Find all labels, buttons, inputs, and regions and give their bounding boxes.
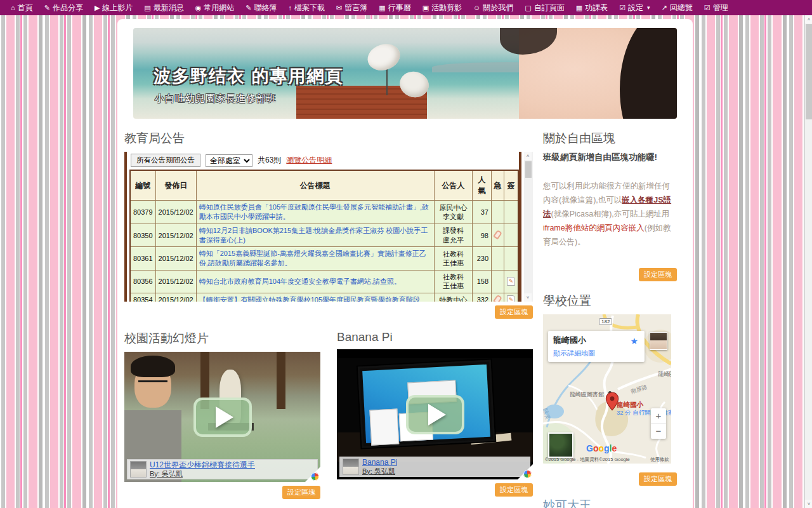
sign-cell <box>504 201 519 224</box>
banana-pi-video[interactable]: Banana Pi By: 吳弘凱 <box>337 349 533 479</box>
comment-icon: ✉ <box>336 4 342 11</box>
scrollbar-thumb[interactable] <box>806 24 812 119</box>
satellite-view-toggle[interactable] <box>548 432 573 458</box>
page-scrollbar[interactable]: ˄ ˅ <box>804 15 812 508</box>
table-icon: ▦ <box>576 4 582 11</box>
nav-item-timetable[interactable]: ▦功課表 <box>570 3 613 13</box>
announcement-publisher: 課發科盧允平 <box>435 224 473 247</box>
nav-label: 回總覽 <box>670 3 693 13</box>
announcement-count: 共63則 <box>258 155 281 166</box>
zoom-in-button[interactable]: + <box>651 408 666 424</box>
slideshow-video[interactable]: U12世界盃少棒錦標賽接待選手 By: 吳弘凱 <box>124 352 320 482</box>
nav-label: 自訂頁面 <box>534 3 565 13</box>
department-select[interactable]: 全部處室 <box>206 154 252 167</box>
announcement-publisher: 社教科王佳惠 <box>435 271 473 293</box>
nav-item-online-videos[interactable]: ▶線上影片 <box>89 3 138 13</box>
configure-block-button[interactable]: 設定區塊 <box>495 305 533 319</box>
configure-block-button[interactable]: 設定區塊 <box>282 486 320 499</box>
free-block-heading: 關於自由區塊 <box>543 130 677 147</box>
picasa-logo-icon <box>523 470 532 478</box>
announcement-link[interactable]: 轉知原住民族委員會「105年度鼓勵原住民學生發展多元智能補助計畫」,鼓勵本市國民… <box>199 203 429 220</box>
nav-item-contact-book[interactable]: ✎聯絡簿 <box>240 3 282 13</box>
nav-item-settings[interactable]: ☑設定▾ <box>613 3 655 13</box>
nav-item-news[interactable]: ▤最新消息 <box>138 3 189 13</box>
video-title-link[interactable]: Banana Pi <box>362 458 397 467</box>
announcement-id: 80361 <box>130 247 155 271</box>
announcement-link[interactable]: 轉知「2015嘉義縣聖誕節-萬嘉燈火耀我嘉全國繪畫比賽」實施計畫修正乙份,請鼓勵… <box>199 250 426 267</box>
scroll-up-arrow-icon[interactable]: ˄ <box>524 152 532 160</box>
iframe-embed-link[interactable]: iframe將他站的網頁內容嵌入 <box>543 224 645 232</box>
configure-block-button[interactable]: 設定區塊 <box>639 472 677 486</box>
show-detailed-map-link[interactable]: 顯示詳細地圖 <box>553 349 639 358</box>
announcement-link[interactable]: 轉知台北市政府教育局104年度交通安全教學電子書網站,請查照。 <box>199 277 401 285</box>
letterbox <box>337 349 533 358</box>
announcement-period-button[interactable]: 所有公告期間公告 <box>131 154 200 167</box>
nav-label: 設定 <box>628 3 643 13</box>
configure-block-button[interactable]: 設定區塊 <box>495 483 533 497</box>
body-text: (就像Picasa相簿),亦可貼上網址用 <box>551 210 670 218</box>
col-title: 公告標題 <box>196 170 434 201</box>
table-row: 80361 2015/12/02 轉知「2015嘉義縣聖誕節-萬嘉燈火耀我嘉全國… <box>130 247 518 271</box>
terms-link[interactable]: 使用條款 <box>650 457 669 463</box>
library-label: 龍崎區圖書館 <box>570 391 604 399</box>
video-caption: Banana Pi By: 吳弘凱 <box>339 457 530 477</box>
nav-item-admin[interactable]: ☑管理 <box>698 3 734 13</box>
nav-item-photo-album[interactable]: ▣活動剪影 <box>417 3 468 13</box>
nav-item-works[interactable]: ✎作品分享 <box>39 3 89 13</box>
scroll-down-arrow-icon[interactable]: ˅ <box>805 500 812 508</box>
nav-item-home[interactable]: ⌂首頁 <box>5 3 39 13</box>
star-icon[interactable]: ★ <box>630 336 638 346</box>
video-author[interactable]: By: 吳弘凱 <box>150 470 183 478</box>
col-views: 人氣 <box>473 170 492 201</box>
announcement-link[interactable]: 轉知12月2日非讀BOOK第215集主題:悅讀金鼎獎作家王淑芬 校園小說手工書深… <box>199 227 428 244</box>
scrollbar-thumb[interactable] <box>525 161 532 178</box>
map-place-name: 龍崎國小 <box>553 335 639 346</box>
announcements-widget: 所有公告期間公告 全部處室 共63則 瀏覽公告明細 編號 發佈日 公告標題 <box>124 152 533 302</box>
urgent-cell <box>492 293 504 302</box>
home-icon: ⌂ <box>11 4 15 11</box>
play-button[interactable] <box>193 398 252 437</box>
nav-item-downloads[interactable]: ↑檔案下載 <box>283 3 331 13</box>
zoom-out-button[interactable]: − <box>651 424 666 439</box>
copyright-text: ©2015 Google - 地圖資料©2015 Google <box>545 457 630 463</box>
nav-item-guestbook[interactable]: ✉留言簿 <box>331 3 373 13</box>
video-title-link[interactable]: U12世界盃少棒錦標賽接待選手 <box>150 460 255 470</box>
announcement-id: 80354 <box>130 293 155 302</box>
play-icon <box>428 404 446 425</box>
video-author[interactable]: By: 吳弘凱 <box>362 467 395 475</box>
start-menu <box>369 408 399 445</box>
widget-scrollbar[interactable]: ˄ ˅ <box>524 152 533 302</box>
scroll-up-arrow-icon[interactable]: ˄ <box>805 15 812 23</box>
school-pin-label: 龍崎國小 <box>617 401 643 410</box>
free-block-body: 您可以利用此功能很方便的新增任何內容(就像這篇),也可以嵌入各種JS語法(就像P… <box>543 180 677 249</box>
calendar-icon: ▦ <box>379 4 385 11</box>
play-button[interactable] <box>406 395 464 434</box>
table-header-row: 編號 發佈日 公告標題 公告人 人氣 急 簽 <box>130 170 518 201</box>
map-avatar[interactable] <box>650 332 667 350</box>
banner-satellite-dish <box>364 40 403 74</box>
avatar <box>343 458 359 475</box>
nav-item-custom-page[interactable]: ▢自訂頁面 <box>519 3 570 13</box>
urgent-cell <box>492 247 504 271</box>
col-sign: 簽 <box>504 170 519 201</box>
banana-pi-heading: Banana Pi <box>337 330 533 344</box>
google-logo: Google <box>586 443 617 453</box>
announcement-link[interactable]: 【轉銜安置】有關國立特殊教育學校105學年度國民教育暨學前教育階段 <box>199 296 420 302</box>
slideshow-heading: 校園活動幻燈片 <box>124 330 320 347</box>
external-link-icon: ↗ <box>662 4 667 11</box>
newspaper-icon: ▤ <box>144 4 150 11</box>
nav-item-about[interactable]: ☺關於我們 <box>468 3 519 13</box>
scroll-down-arrow-icon[interactable]: ˅ <box>524 293 532 302</box>
view-announcement-details-link[interactable]: 瀏覽公告明細 <box>286 155 332 166</box>
announcement-publisher: 原民中心李文獻 <box>435 201 473 224</box>
nav-label: 行事曆 <box>388 3 411 13</box>
google-map[interactable]: 182 龍崎區 龍崎區圖書館 南屏路 縣溪 龍崎國小 32 分 自行開車 - 住… <box>543 314 671 464</box>
area-label: 龍崎區 <box>658 370 671 378</box>
nav-item-overview[interactable]: ↗回總覽 <box>656 3 698 13</box>
banner: 波多野结衣 的專用網頁 小白吐幼兒園家長進修部班 <box>133 28 677 119</box>
announcement-views: 230 <box>473 247 492 271</box>
nav-item-calendar[interactable]: ▦行事曆 <box>373 3 416 13</box>
nav-item-websites[interactable]: ◉常用網站 <box>190 3 240 13</box>
configure-block-button[interactable]: 設定區塊 <box>639 268 677 281</box>
signature-icon: ✎ <box>507 277 515 286</box>
